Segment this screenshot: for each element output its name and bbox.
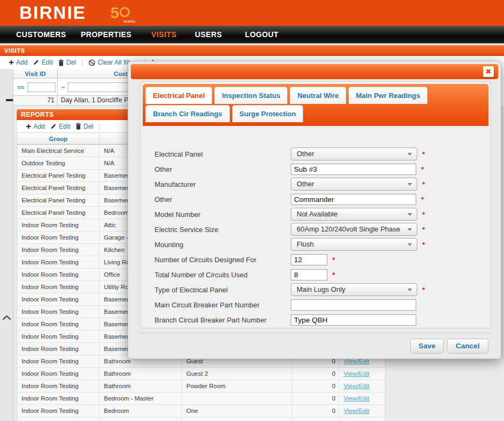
chevron-up-icon[interactable] xyxy=(2,315,11,320)
nav-item-visits[interactable]: VISITS xyxy=(151,26,177,43)
nav-item-logout[interactable]: LOGOUT xyxy=(245,26,278,43)
report-group-cell: Electrical Panel Testing xyxy=(17,207,100,219)
nav-item-properties[interactable]: PROPERTIES xyxy=(81,26,131,43)
section-bar: VISITS xyxy=(0,45,504,56)
field-label: Total Number of Circuits Used xyxy=(155,271,291,279)
field-label: Number of Circuits Designed For xyxy=(155,256,291,264)
field-label: Electric Service Size xyxy=(155,226,291,234)
nav-item-label: CUSTOMERS xyxy=(16,30,66,39)
anniversary-caption: YEARS+ xyxy=(123,20,136,23)
dialog-button-pane: Save Cancel xyxy=(138,333,491,356)
cancel-button[interactable]: Cancel xyxy=(447,339,488,354)
filter-operator-contains[interactable]: ~ xyxy=(61,84,65,90)
tab-electrical-panel[interactable]: Electrical Panel xyxy=(145,87,212,104)
tab-label: Main Pwr Readings xyxy=(356,92,420,100)
save-button[interactable]: Save xyxy=(410,339,444,354)
form-row: Branch Circuit Breaker Part Number xyxy=(141,312,491,327)
select-value: Other xyxy=(297,180,314,188)
edit-button[interactable]: Edit xyxy=(41,59,53,66)
select-control[interactable]: 60Amp 120/240volt Single Phase xyxy=(291,223,417,236)
report-name-cell xyxy=(182,392,292,404)
required-asterisk: * xyxy=(422,210,425,219)
dialog-titlebar[interactable]: ✖ xyxy=(131,64,498,79)
text-input[interactable] xyxy=(291,164,416,175)
report-location-cell: Bathroom xyxy=(100,380,182,392)
report-group-cell: Indoor Room Testing xyxy=(17,355,100,367)
table-row[interactable]: Indoor Room Testing Bedroom - Master 0 V… xyxy=(17,392,385,405)
text-input[interactable] xyxy=(291,269,327,280)
tab-surge-protection[interactable]: Surge Protection xyxy=(232,105,304,122)
report-count-cell: 0 xyxy=(292,392,339,404)
visit-id-filter-input[interactable] xyxy=(27,82,55,92)
trash-icon[interactable] xyxy=(75,123,81,130)
nav-item-users[interactable]: USERS xyxy=(195,26,222,43)
electrical-panel-form: Electrical Panel Other * Other * Manufac… xyxy=(141,146,491,327)
required-asterisk: * xyxy=(332,271,335,279)
clear-filters-icon[interactable] xyxy=(88,59,95,66)
table-row[interactable]: Indoor Room Testing Bathroom Guest 2 0 V… xyxy=(17,368,385,380)
column-header-group[interactable]: Group xyxy=(17,133,100,144)
form-row: Other * xyxy=(141,162,491,177)
select-control[interactable]: Other xyxy=(291,148,417,160)
chevron-down-icon xyxy=(408,243,412,246)
add-icon[interactable]: + xyxy=(8,59,14,66)
view-edit-link[interactable]: View/Edit xyxy=(344,383,369,389)
form-row: Manufacturer Other * xyxy=(141,177,491,192)
close-icon[interactable]: ✖ xyxy=(483,66,494,77)
add-button[interactable]: Add xyxy=(16,59,27,66)
view-edit-link[interactable]: View/Edit xyxy=(344,395,369,402)
nav-item-customers[interactable]: CUSTOMERS xyxy=(16,26,66,43)
report-location-cell: Bathroom xyxy=(100,368,182,380)
chevron-down-icon xyxy=(408,289,412,291)
required-asterisk: * xyxy=(422,180,425,188)
report-group-cell: Indoor Room Testing xyxy=(17,256,100,268)
report-count-cell xyxy=(292,417,339,421)
tab-branch-cir-readings[interactable]: Branch Cir Readings xyxy=(145,105,230,122)
report-group-cell: Indoor Room Testing xyxy=(17,331,100,342)
view-edit-link[interactable]: View/Edit xyxy=(344,408,369,414)
nav-item-label: LOGOUT xyxy=(245,30,278,39)
reports-del-button[interactable]: Del xyxy=(83,123,93,130)
text-input[interactable] xyxy=(291,194,416,205)
text-input[interactable] xyxy=(291,314,416,326)
column-header-visit-id[interactable]: Visit ID xyxy=(13,69,58,78)
report-group-cell: Indoor Room Testing xyxy=(17,244,100,256)
view-edit-link[interactable]: View/Edit xyxy=(344,370,369,377)
text-input[interactable] xyxy=(291,254,327,265)
select-control[interactable]: Not Available xyxy=(291,208,417,221)
pencil-icon[interactable] xyxy=(33,59,39,66)
field-label: Mounting xyxy=(155,241,291,249)
electrical-panel-dialog: ✖ Electrical PanelInspection StatusNeutr… xyxy=(128,61,501,359)
select-value: Flush xyxy=(297,240,314,248)
report-group-cell: Indoor Room Testing xyxy=(17,380,100,392)
table-row[interactable]: Indoor Room Testing Bathroom Powder Room… xyxy=(17,380,385,392)
collapse-row-icon[interactable] xyxy=(6,99,13,101)
anniversary-logo: 5 YEARS+ xyxy=(110,4,130,22)
report-group-cell: Indoor Room Testing xyxy=(17,281,100,293)
table-row[interactable]: Indoor Room Testing Bedroom One 0 View/E… xyxy=(17,405,385,417)
pencil-icon[interactable] xyxy=(50,123,57,130)
select-control[interactable]: Other xyxy=(291,178,417,191)
del-button[interactable]: Del xyxy=(66,59,76,66)
report-action-cell: View/Edit xyxy=(339,368,385,380)
tab-inspection-status[interactable]: Inspection Status xyxy=(214,87,288,104)
text-input[interactable] xyxy=(291,299,416,311)
table-row[interactable] xyxy=(17,417,385,421)
select-value: 60Amp 120/240volt Single Phase xyxy=(297,225,400,233)
reports-edit-button[interactable]: Edit xyxy=(59,123,70,130)
field-label: Other xyxy=(155,195,291,204)
form-row: Number of Circuits Designed For * xyxy=(141,252,491,267)
select-control[interactable]: Main Lugs Only xyxy=(291,283,417,296)
trash-icon[interactable] xyxy=(58,59,64,66)
tab-neutral-wire[interactable]: Neutral Wire xyxy=(290,87,346,104)
reports-add-button[interactable]: Add xyxy=(33,123,45,130)
add-icon[interactable]: + xyxy=(25,123,31,130)
select-value: Main Lugs Only xyxy=(297,285,345,293)
tab-main-pwr-readings[interactable]: Main Pwr Readings xyxy=(348,87,428,104)
report-name-cell: One xyxy=(182,405,292,417)
main-nav: CUSTOMERSPROPERTIESVISITSUSERSLOGOUT xyxy=(0,26,504,44)
report-location-cell xyxy=(100,417,182,421)
filter-operator-equals[interactable]: == xyxy=(17,84,24,90)
select-control[interactable]: Flush xyxy=(291,238,417,251)
field-label: Model Number xyxy=(155,210,291,219)
